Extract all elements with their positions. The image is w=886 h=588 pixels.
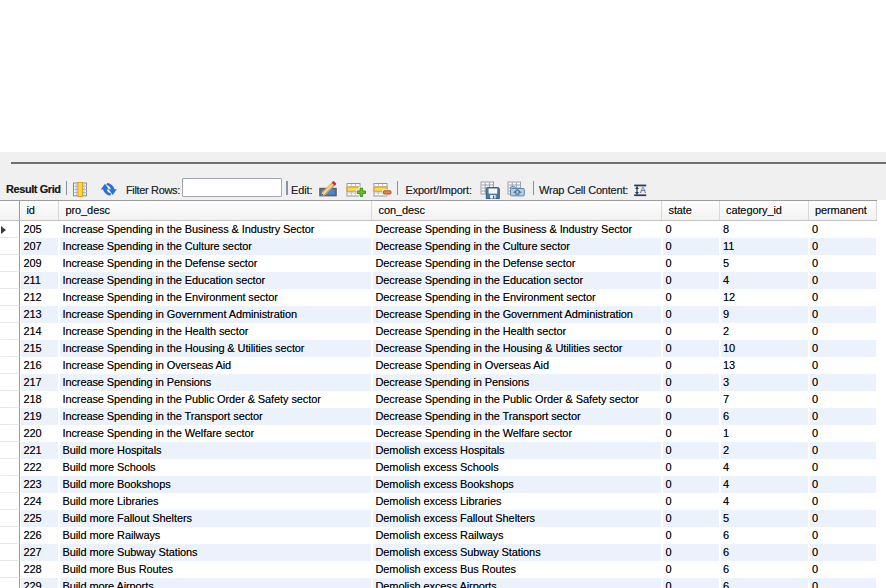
svg-text:A: A bbox=[640, 185, 646, 195]
